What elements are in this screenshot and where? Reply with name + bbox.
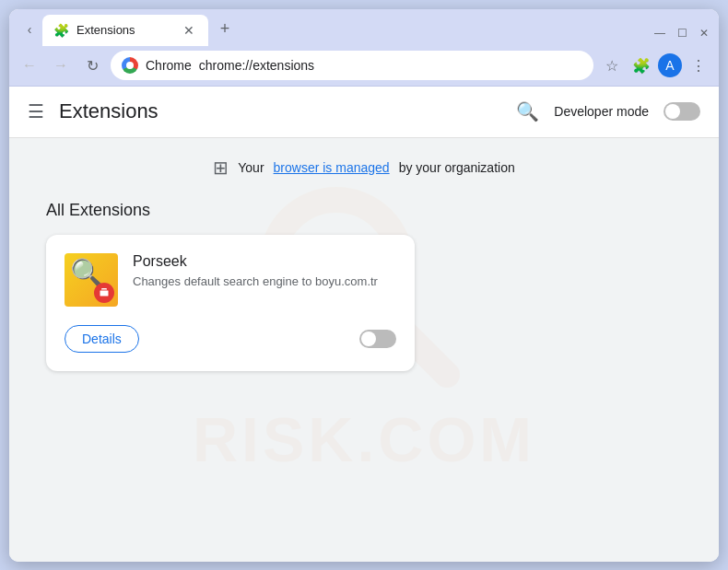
chrome-logo-icon (122, 57, 138, 74)
profile-initial: A (665, 58, 674, 73)
all-extensions-title: All Extensions (46, 201, 682, 220)
minimize-button[interactable]: — (652, 26, 667, 41)
brand-name: Chrome (146, 58, 192, 73)
tab-back-btn[interactable]: ‹ (17, 17, 42, 42)
maximize-button[interactable]: ☐ (675, 26, 689, 41)
new-tab-button[interactable]: + (212, 17, 238, 42)
hamburger-menu-button[interactable]: ☰ (28, 100, 44, 122)
window-controls: — ☐ ✕ (652, 26, 711, 41)
svg-rect-2 (100, 290, 109, 297)
extension-info: Porseek Changes default search engine to… (133, 253, 396, 290)
managed-link[interactable]: browser is managed (274, 160, 390, 175)
address-url: chrome://extensions (199, 58, 314, 73)
all-extensions-section: All Extensions 🔍 (46, 201, 682, 371)
profile-button[interactable]: A (658, 53, 682, 77)
extensions-main: ⊞ Your browser is managed by your organi… (9, 138, 719, 390)
extension-description: Changes default search engine to boyu.co… (133, 273, 396, 290)
page-title: Extensions (59, 99, 159, 123)
tab-strip: ‹ 🧩 Extensions ✕ + (17, 15, 652, 46)
title-bar: ‹ 🧩 Extensions ✕ + — ☐ ✕ (9, 9, 719, 46)
back-button[interactable]: ← (17, 52, 42, 78)
browser-toolbar: ← → ↻ Chrome chrome://extensions ☆ 🧩 A ⋮ (9, 46, 719, 87)
bookmark-button[interactable]: ☆ (599, 52, 625, 78)
details-button[interactable]: Details (65, 325, 139, 353)
tab-close-button[interactable]: ✕ (181, 22, 197, 39)
page-content: RISK.COM ☰ Extensions 🔍 Developer mode ⊞… (9, 87, 719, 562)
extension-icon: 🔍 (65, 253, 118, 307)
forward-button[interactable]: → (48, 52, 74, 78)
extension-card: 🔍 Porseek C (46, 235, 415, 371)
toolbar-icons: ☆ 🧩 A ⋮ (599, 52, 711, 78)
extension-badge (94, 283, 114, 303)
developer-mode-toggle[interactable] (663, 102, 700, 121)
extension-name: Porseek (133, 253, 396, 270)
address-bar[interactable]: Chrome chrome://extensions (111, 51, 593, 80)
extension-card-bottom: Details (65, 325, 396, 353)
search-button[interactable]: 🔍 (516, 100, 539, 122)
dev-mode-label: Developer mode (554, 104, 649, 119)
tab-label: Extensions (76, 23, 173, 37)
close-button[interactable]: ✕ (697, 26, 711, 41)
managed-notice: ⊞ Your browser is managed by your organi… (46, 157, 682, 179)
browser-window: ‹ 🧩 Extensions ✕ + — ☐ ✕ ← → ↻ Chrome ch… (9, 9, 719, 562)
extension-toggle[interactable] (359, 330, 396, 348)
header-right: 🔍 Developer mode (516, 100, 700, 122)
managed-text-after: by your organization (399, 160, 515, 175)
managed-icon: ⊞ (213, 157, 229, 179)
tab-favicon-icon: 🧩 (53, 23, 69, 38)
managed-text-before: Your (238, 160, 264, 175)
active-tab[interactable]: 🧩 Extensions ✕ (42, 15, 208, 46)
extension-card-top: 🔍 Porseek C (65, 253, 396, 307)
extensions-button[interactable]: 🧩 (628, 52, 654, 78)
extensions-header: ☰ Extensions 🔍 Developer mode (9, 87, 719, 138)
more-menu-button[interactable]: ⋮ (686, 52, 711, 78)
reload-button[interactable]: ↻ (79, 52, 105, 78)
